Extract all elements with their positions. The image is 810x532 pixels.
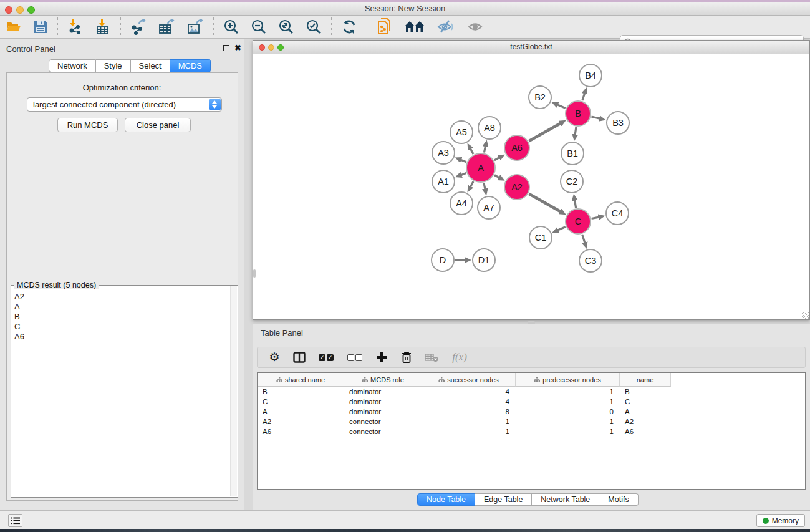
edge-A-A8[interactable] bbox=[484, 146, 485, 152]
zoom-out-icon[interactable] bbox=[245, 16, 272, 37]
column-header-MCDS-role[interactable]: MCDS role bbox=[344, 373, 422, 387]
edge-C-C3[interactable] bbox=[582, 235, 585, 243]
node-A1[interactable]: A1 bbox=[432, 170, 455, 193]
gear-icon[interactable]: ⚙ bbox=[266, 349, 282, 365]
tab-network-table[interactable]: Network Table bbox=[532, 493, 599, 506]
network-vertical-scrollbar-thumb[interactable] bbox=[253, 269, 256, 278]
add-column-icon[interactable] bbox=[374, 349, 390, 365]
edge-C-C2[interactable] bbox=[575, 200, 576, 208]
mcds-result-item[interactable]: A bbox=[14, 302, 230, 312]
edge-A-A7[interactable] bbox=[484, 183, 485, 189]
refresh-icon[interactable] bbox=[335, 16, 363, 37]
node-B3[interactable]: B3 bbox=[607, 112, 629, 134]
select-all-columns-icon[interactable]: ✓✓ bbox=[316, 349, 336, 365]
node-A4[interactable]: A4 bbox=[450, 192, 473, 215]
tab-mcds[interactable]: MCDS bbox=[170, 59, 211, 72]
tab-motifs[interactable]: Motifs bbox=[599, 493, 638, 506]
node-B1[interactable]: B1 bbox=[561, 142, 584, 165]
table-row[interactable]: A2connector11A2 bbox=[258, 417, 805, 427]
export-table-icon[interactable] bbox=[152, 16, 181, 37]
minimize-network-window-button[interactable] bbox=[268, 44, 274, 51]
maximize-window-button[interactable] bbox=[27, 6, 35, 14]
column-header-successor-nodes[interactable]: successor nodes bbox=[422, 373, 516, 387]
node-C1[interactable]: C1 bbox=[529, 226, 552, 249]
split-view-icon[interactable] bbox=[291, 349, 307, 365]
edge-A-A1[interactable] bbox=[461, 173, 466, 175]
tab-select[interactable]: Select bbox=[131, 59, 170, 72]
edge-A-A5[interactable] bbox=[470, 148, 473, 154]
save-icon[interactable] bbox=[27, 16, 54, 37]
run-mcds-button[interactable]: Run MCDS bbox=[57, 118, 118, 132]
delete-column-icon[interactable] bbox=[398, 349, 415, 365]
delete-table-icon[interactable] bbox=[423, 349, 440, 365]
close-panel-icon[interactable]: ✖ bbox=[234, 45, 241, 51]
mcds-result-list[interactable]: A2ABCA6 bbox=[12, 288, 230, 496]
edge-B-B2[interactable] bbox=[557, 105, 566, 109]
column-header-shared-name[interactable]: shared name bbox=[258, 373, 344, 387]
zoom-fit-icon[interactable] bbox=[272, 16, 300, 37]
node-table[interactable]: shared nameMCDS rolesuccessor nodesprede… bbox=[257, 372, 806, 490]
node-C3[interactable]: C3 bbox=[579, 249, 602, 272]
mcds-result-item[interactable]: A2 bbox=[14, 292, 230, 302]
column-header-name[interactable]: name bbox=[620, 373, 671, 387]
edge-B-B4[interactable] bbox=[582, 94, 585, 101]
maximize-network-window-button[interactable] bbox=[277, 44, 284, 51]
edge-C-C1[interactable] bbox=[558, 227, 566, 230]
window-resize-grip[interactable] bbox=[802, 312, 809, 319]
node-A6[interactable]: A6 bbox=[504, 135, 529, 160]
node-A8[interactable]: A8 bbox=[478, 117, 501, 139]
tab-node-table[interactable]: Node Table bbox=[417, 493, 475, 506]
node-C[interactable]: C bbox=[566, 209, 591, 234]
export-image-icon[interactable] bbox=[181, 16, 210, 37]
minimize-window-button[interactable] bbox=[16, 6, 24, 14]
network-canvas[interactable]: AA1A2A3A4A5A6A7A8BB1B2B3B4CC1C2C3C4DD1 bbox=[253, 54, 809, 319]
show-panels-list-button[interactable] bbox=[8, 514, 22, 527]
close-panel-button[interactable]: Close panel bbox=[125, 118, 191, 132]
hide-selected-icon[interactable] bbox=[431, 16, 461, 37]
edge-A2-C[interactable] bbox=[529, 194, 561, 212]
table-row[interactable]: Cdominator41C bbox=[258, 397, 805, 407]
function-builder-icon[interactable]: f(x) bbox=[448, 349, 471, 365]
edge-A6-B[interactable] bbox=[529, 123, 561, 142]
tab-edge-table[interactable]: Edge Table bbox=[475, 493, 532, 506]
mcds-result-item[interactable]: C bbox=[14, 322, 230, 332]
edge-B-B3[interactable] bbox=[591, 117, 599, 118]
edge-A-A4[interactable] bbox=[470, 181, 473, 187]
table-row[interactable]: Adominator80A bbox=[258, 407, 805, 417]
edge-A-A6[interactable] bbox=[494, 157, 499, 160]
unselect-all-columns-icon[interactable] bbox=[345, 349, 365, 365]
export-network-icon[interactable] bbox=[125, 16, 152, 37]
node-A3[interactable]: A3 bbox=[432, 142, 455, 164]
zoom-in-icon[interactable] bbox=[218, 16, 245, 37]
node-C4[interactable]: C4 bbox=[606, 202, 629, 225]
node-A2[interactable]: A2 bbox=[504, 175, 529, 200]
node-B2[interactable]: B2 bbox=[529, 86, 551, 109]
home-icon[interactable] bbox=[398, 16, 431, 37]
edge-C-C4[interactable] bbox=[592, 217, 599, 218]
show-all-icon[interactable] bbox=[461, 16, 491, 37]
mcds-result-scrollbar[interactable] bbox=[230, 286, 237, 496]
node-C2[interactable]: C2 bbox=[561, 170, 583, 193]
close-network-window-button[interactable] bbox=[259, 44, 265, 51]
mcds-result-item[interactable]: B bbox=[14, 312, 230, 322]
memory-button[interactable]: Memory bbox=[756, 514, 805, 527]
new-session-from-network-icon[interactable] bbox=[371, 16, 398, 37]
node-D1[interactable]: D1 bbox=[473, 249, 495, 271]
edge-A-A3[interactable] bbox=[461, 160, 466, 162]
network-window-titlebar[interactable]: testGlobe.txt bbox=[253, 41, 809, 54]
table-row[interactable]: A6connector11A6 bbox=[258, 427, 805, 437]
import-table-icon[interactable] bbox=[89, 16, 117, 37]
node-A7[interactable]: A7 bbox=[478, 196, 500, 219]
node-B4[interactable]: B4 bbox=[579, 64, 602, 87]
float-panel-icon[interactable] bbox=[223, 45, 229, 51]
optimization-criterion-select[interactable]: largest connected component (directed) bbox=[27, 97, 222, 112]
zoom-selected-icon[interactable] bbox=[300, 16, 327, 37]
close-window-button[interactable] bbox=[5, 6, 12, 14]
edge-A-A2[interactable] bbox=[494, 175, 499, 178]
tab-network[interactable]: Network bbox=[49, 59, 96, 72]
node-A[interactable]: A bbox=[466, 153, 495, 182]
node-D[interactable]: D bbox=[432, 249, 454, 271]
mcds-result-item[interactable]: A6 bbox=[14, 332, 230, 342]
tab-style[interactable]: Style bbox=[96, 59, 131, 72]
column-header-predecessor-nodes[interactable]: predecessor nodes bbox=[516, 373, 620, 387]
